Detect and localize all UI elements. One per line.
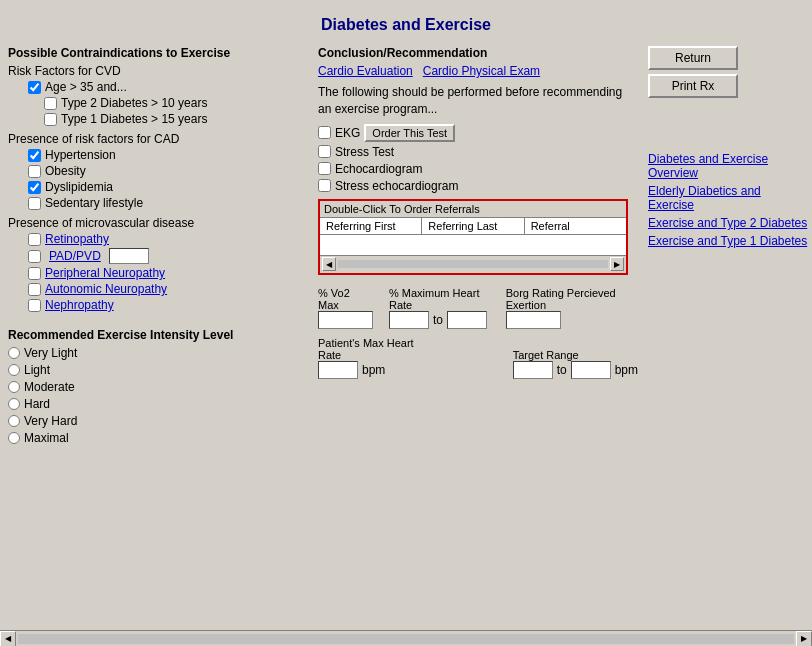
link-type2-exercise[interactable]: Exercise and Type 2 Diabetes xyxy=(648,216,808,230)
age35-row: Age > 35 and... xyxy=(8,80,308,94)
patient-max-hr-input[interactable] xyxy=(318,361,358,379)
padpvd-input[interactable] xyxy=(109,248,149,264)
hypertension-checkbox[interactable] xyxy=(28,149,41,162)
maximal-row: Maximal xyxy=(8,431,77,445)
risk-cvd-label: Risk Factors for CVD xyxy=(8,64,308,78)
very-light-radio[interactable] xyxy=(8,347,20,359)
max-hr-from-input[interactable] xyxy=(389,311,429,329)
exercise-title: Recommended Exercise Intensity Level xyxy=(8,328,308,342)
very-hard-radio[interactable] xyxy=(8,415,20,427)
very-hard-row: Very Hard xyxy=(8,414,77,428)
referral-table-header: Referring First Referring Last Referral xyxy=(320,218,626,235)
bpm-label2: bpm xyxy=(615,363,638,377)
peripheral-link[interactable]: Peripheral Neuropathy xyxy=(45,266,165,280)
hard-label: Hard xyxy=(24,397,50,411)
type1-checkbox[interactable] xyxy=(44,113,57,126)
cardio-eval-link[interactable]: Cardio Evaluation xyxy=(318,64,413,78)
link-diabetes-overview[interactable]: Diabetes and Exercise Overview xyxy=(648,152,808,180)
scroll-track xyxy=(338,260,608,268)
nephropathy-link[interactable]: Nephropathy xyxy=(45,298,114,312)
padpvd-link[interactable]: PAD/PVD xyxy=(49,249,101,263)
referral-box[interactable]: Double-Click To Order Referrals Referrin… xyxy=(318,199,628,275)
autonomic-row: Autonomic Neuropathy xyxy=(8,282,308,296)
retinopathy-row: Retinopathy xyxy=(8,232,308,246)
link-elderly-diabetics[interactable]: Elderly Diabetics and Exercise xyxy=(648,184,808,212)
type1-row: Type 1 Diabetes > 15 years xyxy=(8,112,308,126)
metrics-row2: Patient's Max Heart Rate bpm Target Rang… xyxy=(318,337,638,379)
vo2-input[interactable] xyxy=(318,311,373,329)
cardio-physical-link[interactable]: Cardio Physical Exam xyxy=(423,64,540,78)
very-light-label: Very Light xyxy=(24,346,77,360)
obesity-checkbox[interactable] xyxy=(28,165,41,178)
h-scroll-track xyxy=(18,634,794,644)
light-row: Light xyxy=(8,363,77,377)
ekg-label: EKG xyxy=(335,126,360,140)
dyslipidemia-row: Dyslipidemia xyxy=(8,180,308,194)
return-button[interactable]: Return xyxy=(648,46,738,70)
middle-panel: Conclusion/Recommendation Cardio Evaluat… xyxy=(318,46,638,445)
borg-input[interactable] xyxy=(506,311,561,329)
cardio-links: Cardio Evaluation Cardio Physical Exam xyxy=(318,64,638,78)
order-test-btn[interactable]: Order This Test xyxy=(364,124,455,142)
patient-max-hr-label: Patient's Max Heart Rate xyxy=(318,337,417,361)
padpvd-row: PAD/PVD xyxy=(8,248,308,264)
type2-checkbox[interactable] xyxy=(44,97,57,110)
target-range-label: Target Range xyxy=(513,349,638,361)
patient-max-hr-inputs: bpm xyxy=(318,361,417,379)
scroll-right-btn-h[interactable]: ▶ xyxy=(796,631,812,647)
retinopathy-link[interactable]: Retinopathy xyxy=(45,232,109,246)
link-type1-exercise[interactable]: Exercise and Type 1 Diabetes xyxy=(648,234,808,248)
max-hr-to-input[interactable] xyxy=(447,311,487,329)
type2-row: Type 2 Diabetes > 10 years xyxy=(8,96,308,110)
exercise-section: Recommended Exercise Intensity Level Ver… xyxy=(8,328,308,445)
hard-radio[interactable] xyxy=(8,398,20,410)
target-to-input[interactable] xyxy=(571,361,611,379)
dyslipidemia-label: Dyslipidemia xyxy=(45,180,113,194)
very-light-row: Very Light xyxy=(8,346,77,360)
sedentary-checkbox[interactable] xyxy=(28,197,41,210)
right-panel: Return Print Rx Diabetes and Exercise Ov… xyxy=(648,46,808,445)
age35-label: Age > 35 and... xyxy=(45,80,127,94)
stress-label: Stress Test xyxy=(335,145,394,159)
type2-label: Type 2 Diabetes > 10 years xyxy=(61,96,207,110)
referral-empty-row xyxy=(320,235,626,255)
peripheral-row: Peripheral Neuropathy xyxy=(8,266,308,280)
stress-echo-row: Stress echocardiogram xyxy=(318,179,638,193)
microvascular-title: Presence of microvascular disease xyxy=(8,216,308,230)
referral-col2: Referring Last xyxy=(422,218,524,234)
echo-checkbox[interactable] xyxy=(318,162,331,175)
light-label: Light xyxy=(24,363,50,377)
scroll-left-btn[interactable]: ◀ xyxy=(322,257,336,271)
dyslipidemia-checkbox[interactable] xyxy=(28,181,41,194)
padpvd-checkbox[interactable] xyxy=(28,250,41,263)
type1-label: Type 1 Diabetes > 15 years xyxy=(61,112,207,126)
hard-row: Hard xyxy=(8,397,77,411)
moderate-label: Moderate xyxy=(24,380,75,394)
vo2-label: % Vo2 Max xyxy=(318,287,373,311)
echo-row: Echocardiogram xyxy=(318,162,638,176)
ekg-checkbox[interactable] xyxy=(318,126,331,139)
sedentary-label: Sedentary lifestyle xyxy=(45,196,143,210)
light-radio[interactable] xyxy=(8,364,20,376)
metrics-section: % Vo2 Max % Maximum Heart Rate to Borg R… xyxy=(318,287,638,379)
vo2-group: % Vo2 Max xyxy=(318,287,373,329)
age35-checkbox[interactable] xyxy=(28,81,41,94)
target-range-group: Target Range to bpm xyxy=(513,349,638,379)
autonomic-checkbox[interactable] xyxy=(28,283,41,296)
scroll-left-btn-h[interactable]: ◀ xyxy=(0,631,16,647)
peripheral-checkbox[interactable] xyxy=(28,267,41,280)
max-hr-group: % Maximum Heart Rate to xyxy=(389,287,490,329)
print-button[interactable]: Print Rx xyxy=(648,74,738,98)
stress-checkbox[interactable] xyxy=(318,145,331,158)
moderate-radio[interactable] xyxy=(8,381,20,393)
nephropathy-checkbox[interactable] xyxy=(28,299,41,312)
conclusion-text: The following should be performed before… xyxy=(318,84,638,118)
stress-echo-checkbox[interactable] xyxy=(318,179,331,192)
scroll-right-btn[interactable]: ▶ xyxy=(610,257,624,271)
target-from-input[interactable] xyxy=(513,361,553,379)
obesity-row: Obesity xyxy=(8,164,308,178)
contraindications-title: Possible Contraindications to Exercise xyxy=(8,46,308,60)
autonomic-link[interactable]: Autonomic Neuropathy xyxy=(45,282,167,296)
retinopathy-checkbox[interactable] xyxy=(28,233,41,246)
maximal-radio[interactable] xyxy=(8,432,20,444)
